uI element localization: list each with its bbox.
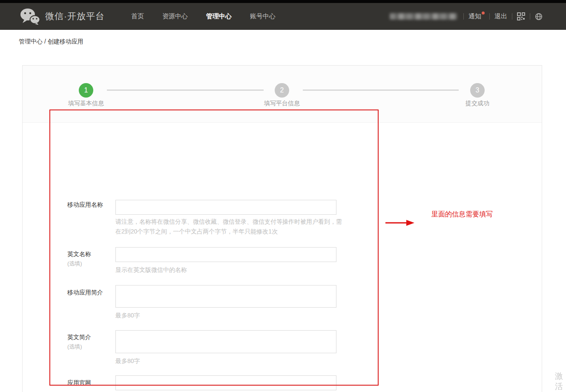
page: 微信·开放平台 首页 资源中心 管理中心 账号中心 通知 退出 [0, 0, 566, 392]
create-mobile-app-panel: 1 填写基本信息 2 填写平台信息 3 提交成功 移动应用名称 请注意，名称将在… [22, 65, 542, 392]
english-name-hint: 显示在英文版微信中的名称 [115, 265, 345, 275]
nav-menu: 首页 资源中心 管理中心 账号中心 [131, 3, 276, 30]
app-intro-hint: 最多80字 [115, 311, 345, 320]
step-1-label: 填写基本信息 [52, 100, 120, 107]
wechat-logo-icon [20, 8, 40, 25]
app-intro-textarea[interactable] [115, 285, 336, 308]
annotation-note-text: 里面的信息需要填写 [431, 210, 493, 219]
nav-item-account-center[interactable]: 账号中心 [250, 12, 276, 20]
step-connector-line [303, 89, 459, 91]
globe-language-icon[interactable] [535, 13, 543, 20]
official-site-label: 应用官网 [67, 379, 91, 387]
notifications-link[interactable]: 通知 [468, 12, 485, 20]
nav-right-group: 通知 退出 [390, 3, 543, 30]
step-connector-line [107, 89, 264, 91]
qr-code-icon[interactable] [517, 12, 525, 20]
top-navigation-bar: 微信·开放平台 首页 资源中心 管理中心 账号中心 通知 退出 [0, 0, 566, 30]
step-2-label: 填写平台信息 [248, 100, 316, 107]
windows-activation-watermark: 激活 转到 [555, 371, 566, 392]
english-intro-optional-tag: (选填) [67, 343, 82, 351]
step-3-label: 提交成功 [443, 100, 511, 107]
app-name-label: 移动应用名称 [67, 201, 103, 209]
step-1-circle: 1 [79, 83, 93, 98]
separator [530, 13, 530, 20]
separator [512, 13, 512, 20]
english-intro-hint: 最多80字 [115, 356, 345, 366]
unread-dot-badge [482, 12, 485, 14]
english-intro-label: 英文简介 [67, 334, 91, 341]
english-name-optional-tag: (选填) [67, 260, 82, 268]
nav-item-home[interactable]: 首页 [131, 12, 144, 20]
app-intro-label: 移动应用简介 [67, 289, 103, 297]
step-indicator: 1 填写基本信息 2 填写平台信息 3 提交成功 [23, 66, 542, 123]
separator [463, 13, 464, 20]
nav-item-management-center[interactable]: 管理中心 [206, 12, 232, 20]
step-2-circle: 2 [275, 83, 289, 98]
annotation-arrow-icon [385, 219, 415, 228]
brand-title: 微信·开放平台 [45, 10, 105, 22]
breadcrumb[interactable]: 管理中心 / 创建移动应用 [19, 38, 83, 46]
step-3-circle: 3 [470, 83, 485, 98]
english-name-input[interactable] [115, 247, 336, 262]
english-intro-textarea[interactable] [115, 330, 336, 353]
separator [489, 13, 490, 20]
account-name-redacted[interactable] [390, 13, 457, 20]
app-name-input[interactable] [115, 200, 336, 215]
official-site-input[interactable] [115, 375, 336, 390]
watermark-line1: 激活 [555, 371, 566, 392]
app-name-hint: 请注意，名称将在微信分享、微信收藏、微信登录、微信支付等操作时被用户看到，需在2… [115, 217, 345, 236]
logout-link[interactable]: 退出 [494, 12, 507, 20]
nav-item-resource-center[interactable]: 资源中心 [162, 12, 188, 20]
english-name-label: 英文名称 [67, 251, 91, 258]
wechat-open-platform-logo[interactable]: 微信·开放平台 [20, 8, 105, 25]
